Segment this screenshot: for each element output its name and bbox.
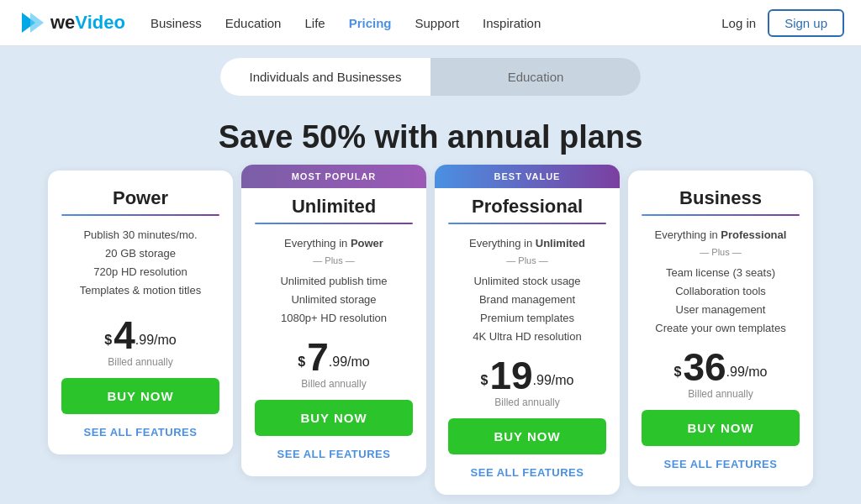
nav-business[interactable]: Business — [151, 16, 202, 30]
logo-wordmark: weVideo — [50, 12, 125, 34]
tab-group: Individuals and Businesses Education — [220, 58, 641, 96]
card-professional-price: $ 19 .99/mo — [448, 356, 606, 395]
price-dollar: $ — [481, 373, 489, 388]
signup-button[interactable]: Sign up — [768, 9, 844, 37]
billed-label: Billed annually — [448, 396, 606, 408]
price-main: 4 — [114, 316, 135, 354]
logo[interactable]: weVideo — [17, 8, 125, 38]
card-business-divider — [642, 214, 800, 216]
price-cents: .99/mo — [329, 354, 370, 370]
price-main: 7 — [307, 338, 329, 376]
card-unlimited-title: Unlimited — [255, 196, 413, 218]
price-main: 19 — [489, 356, 532, 395]
buy-unlimited-button[interactable]: BUY NOW — [255, 400, 413, 436]
price-cents: .99/mo — [135, 333, 177, 348]
card-power-features: Publish 30 minutes/mo. 20 GB storage 720… — [61, 226, 219, 306]
see-features-business[interactable]: SEE ALL FEATURES — [642, 458, 800, 470]
card-business-title: Business — [642, 187, 800, 209]
nav-actions: Log in Sign up — [721, 9, 844, 37]
card-power-title: Power — [61, 187, 219, 209]
login-button[interactable]: Log in — [721, 16, 756, 30]
card-unlimited-price: $ 7 .99/mo — [255, 338, 413, 376]
card-power: Power Publish 30 minutes/mo. 20 GB stora… — [48, 171, 233, 454]
price-cents: .99/mo — [533, 373, 574, 388]
hero-section: Save 50% with annual plans — [0, 96, 861, 171]
card-professional-features: Everything in Unlimited — Plus — Unlimit… — [448, 234, 606, 346]
tabs-container: Individuals and Businesses Education — [0, 58, 861, 96]
card-business: Business Everything in Professional — Pl… — [628, 171, 813, 486]
nav-pricing[interactable]: Pricing — [349, 16, 392, 30]
tab-education[interactable]: Education — [430, 58, 641, 96]
price-dollar: $ — [674, 365, 682, 380]
card-unlimited-badge: MOST POPULAR — [241, 165, 426, 188]
card-business-features: Everything in Professional — Plus — Team… — [642, 226, 800, 338]
pricing-cards: Power Publish 30 minutes/mo. 20 GB stora… — [0, 171, 861, 504]
billed-label: Billed annually — [61, 356, 219, 368]
nav-support[interactable]: Support — [415, 16, 460, 30]
nav-education[interactable]: Education — [225, 16, 282, 30]
buy-professional-button[interactable]: BUY NOW — [448, 418, 606, 454]
card-unlimited-divider — [255, 223, 413, 224]
card-professional-title: Professional — [448, 196, 606, 218]
billed-label: Billed annually — [255, 378, 413, 390]
tab-individuals[interactable]: Individuals and Businesses — [220, 58, 430, 96]
navbar: weVideo Business Education Life Pricing … — [0, 0, 861, 46]
price-dollar: $ — [298, 354, 305, 370]
card-business-price: $ 36 .99/mo — [642, 348, 800, 386]
nav-inspiration[interactable]: Inspiration — [483, 16, 541, 30]
card-unlimited: MOST POPULAR Unlimited Everything in Pow… — [241, 165, 426, 476]
buy-business-button[interactable]: BUY NOW — [642, 410, 800, 446]
card-professional-divider — [448, 223, 606, 224]
card-power-divider — [61, 214, 219, 216]
price-main: 36 — [683, 348, 726, 386]
see-features-power[interactable]: SEE ALL FEATURES — [61, 426, 219, 438]
card-unlimited-features: Everything in Power — Plus — Unlimited p… — [255, 234, 413, 328]
hero-title: Save 50% with annual plans — [0, 119, 861, 155]
buy-power-button[interactable]: BUY NOW — [61, 378, 219, 414]
see-features-professional[interactable]: SEE ALL FEATURES — [448, 466, 606, 479]
card-professional-badge: BEST VALUE — [435, 165, 620, 188]
logo-icon — [17, 8, 47, 38]
price-cents: .99/mo — [726, 365, 768, 380]
svg-marker-1 — [30, 13, 44, 33]
card-power-price: $ 4 .99/mo — [61, 316, 219, 354]
card-professional: BEST VALUE Professional Everything in Un… — [435, 165, 620, 495]
see-features-unlimited[interactable]: SEE ALL FEATURES — [255, 448, 413, 460]
nav-life[interactable]: Life — [304, 16, 325, 30]
billed-label: Billed annually — [642, 388, 800, 400]
price-dollar: $ — [104, 333, 112, 348]
nav-links: Business Education Life Pricing Support … — [151, 16, 721, 30]
